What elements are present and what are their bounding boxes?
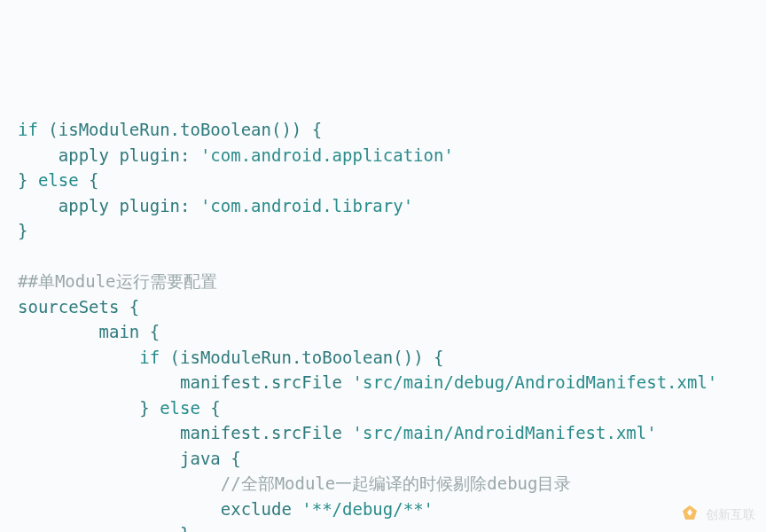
keyword-else: else bbox=[38, 170, 79, 190]
condition: (isModuleRun.toBoolean()) { bbox=[160, 348, 443, 367]
condition: (isModuleRun.toBoolean()) { bbox=[38, 120, 322, 139]
string-literal: 'src/main/AndroidManifest.xml' bbox=[353, 423, 657, 442]
brace-close: } bbox=[18, 221, 27, 240]
comment-line: //全部Module一起编译的时候剔除debug目录 bbox=[18, 473, 572, 493]
watermark-text: 创新互联 bbox=[706, 505, 755, 524]
manifest-line: manifest.srcFile bbox=[18, 423, 353, 442]
brace-close: } bbox=[18, 524, 190, 532]
manifest-line: manifest.srcFile bbox=[18, 372, 353, 392]
keyword-else: else bbox=[160, 398, 200, 418]
string-literal: 'com.android.application' bbox=[200, 145, 454, 165]
brace-open: { bbox=[79, 170, 99, 190]
watermark-icon bbox=[679, 504, 700, 525]
brace-open: { bbox=[200, 398, 221, 418]
main-open: main { bbox=[18, 322, 160, 341]
exclude-line: exclude bbox=[18, 499, 301, 519]
code-block: if (isModuleRun.toBoolean()) { apply plu… bbox=[18, 117, 748, 532]
string-literal: 'src/main/debug/AndroidManifest.xml' bbox=[353, 372, 718, 392]
keyword-if: if bbox=[139, 348, 160, 367]
indent bbox=[18, 348, 139, 367]
brace-close: } bbox=[18, 398, 160, 418]
watermark: 创新互联 bbox=[679, 504, 755, 525]
apply-plugin-line: apply plugin: bbox=[18, 145, 200, 165]
sourcesets-open: sourceSets { bbox=[18, 297, 139, 317]
string-literal: 'com.android.library' bbox=[200, 196, 413, 215]
java-open: java { bbox=[18, 449, 241, 468]
brace-close: } bbox=[18, 170, 38, 190]
keyword-if: if bbox=[18, 120, 38, 139]
comment-line: ##单Module运行需要配置 bbox=[18, 271, 217, 291]
apply-plugin-line: apply plugin: bbox=[18, 196, 200, 215]
string-literal: '**/debug/**' bbox=[301, 499, 434, 519]
